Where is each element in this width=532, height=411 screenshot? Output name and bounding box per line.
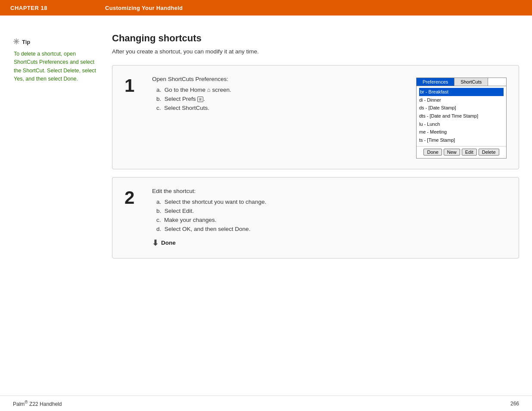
main-content: ✳ Tip To delete a shortcut, open ShortCu… [0,16,532,275]
footer: Palm® Z22 Handheld 266 [0,395,532,411]
tip-star-icon: ✳ [13,37,19,47]
step-2-done: ⬇ Done [152,238,507,248]
section-subtitle: After you create a shortcut, you can mod… [112,48,519,55]
tip-label: Tip [22,39,30,45]
prefs-tabs: Preferences ShortCuts [417,78,506,86]
step-2-text: Edit the shortcut: a. Select the shortcu… [152,188,507,248]
home-icon: ⌂ [207,87,211,93]
step-2-instruction: Edit the shortcut: [152,188,507,194]
step-1-text: Open ShortCuts Preferences: a. Go to the… [152,76,403,114]
prefs-item-ts: ts - [Time Stamp] [419,136,504,144]
done-label: Done [161,240,176,246]
content-area: Changing shortcuts After you create a sh… [108,33,519,266]
prefs-item-br: br - Breakfast [419,88,504,96]
done-arrow-icon: ⬇ [152,238,159,248]
prefs-tab-shortcuts: ShortCuts [454,78,488,86]
prefs-item-me: me - Meeting [419,128,504,136]
prefs-tab-preferences: Preferences [417,78,454,86]
step-1-number: 1 [124,76,142,159]
prefs-item-dts: dts - [Date and Time Stamp] [419,112,504,120]
sidebar: ✳ Tip To delete a shortcut, open ShortCu… [13,33,108,266]
step-2-sub-d: d. Select OK, and then select Done. [156,226,507,232]
step-2-sub-a: a. Select the shortcut you want to chang… [156,199,507,205]
step-1-inner: Open ShortCuts Preferences: a. Go to the… [152,76,507,159]
header-bar: CHAPTER 18 Customizing Your Handheld [0,0,532,16]
prefs-item-lu: lu - Lunch [419,120,504,128]
page-title: Changing shortcuts [112,33,519,44]
tip-header: ✳ Tip [13,37,99,47]
prefs-item-di: di - Dinner [419,96,504,104]
step-1-instruction: Open ShortCuts Preferences: [152,76,403,82]
prefs-delete-button[interactable]: Delete [479,149,499,156]
step-1-sub-c: c. Select ShortCuts. [156,105,403,111]
prefs-buttons: Done New Edit Delete [417,146,506,158]
prefs-dialog: Preferences ShortCuts br - Breakfast di … [416,78,507,159]
prefs-done-button[interactable]: Done [423,149,442,156]
step-1-sub-b: b. Select Prefs ≡. [156,96,403,102]
prefs-edit-button[interactable]: Edit [462,149,477,156]
footer-product: Palm® Z22 Handheld [13,400,62,407]
step-2-sub-c: c. Make your changes. [156,217,507,223]
step-2-number: 2 [124,188,142,248]
step-1-box: 1 Open ShortCuts Preferences: a. Go to t… [112,65,519,169]
step-2-box: 2 Edit the shortcut: a. Select the short… [112,177,519,258]
chapter-title: Customizing Your Handheld [105,5,183,11]
prefs-new-button[interactable]: New [444,149,460,156]
step-2-sub-b: b. Select Edit. [156,208,507,214]
footer-page-number: 266 [510,401,519,407]
chapter-label: CHAPTER 18 [10,5,105,11]
tip-text: To delete a shortcut, open ShortCuts Pre… [13,50,99,84]
prefs-item-ds: ds - [Date Stamp] [419,104,504,112]
prefs-icon: ≡ [197,97,203,102]
step-1-sub-a: a. Go to the Home ⌂ screen. [156,87,403,93]
prefs-list: br - Breakfast di - Dinner ds - [Date St… [417,86,506,146]
